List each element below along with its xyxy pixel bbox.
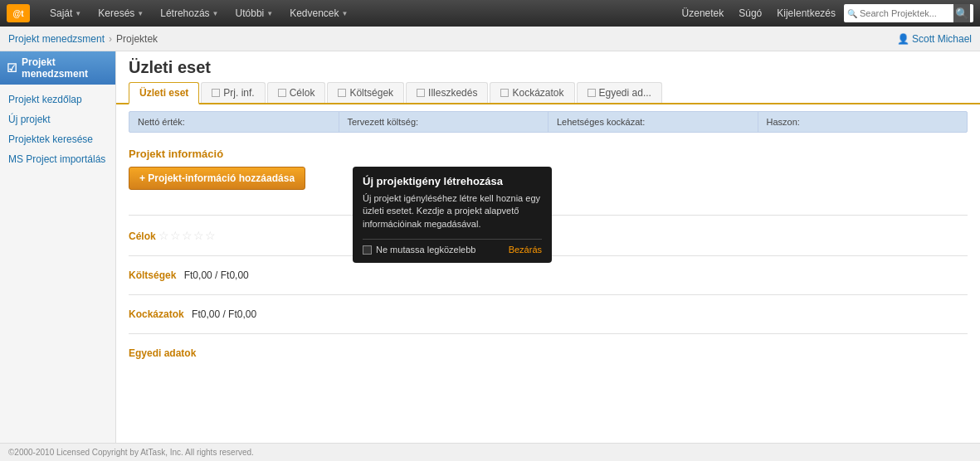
tooltip-footer: Ne mutassa legközelebb Bezárás (363, 239, 542, 255)
nav-kedvencek[interactable]: Kedvencek ▼ (281, 0, 356, 27)
summary-tervezett: Tervezett költség: (339, 112, 549, 132)
tab-celok[interactable]: Célok (267, 82, 326, 103)
summary-netto-label: Nettó érték: (138, 117, 185, 127)
page-footer: ©2000-2010 Licensed Copyright by AtTask,… (0, 443, 980, 461)
sidebar-item-projektek-keresese[interactable]: Projektek keresése (0, 129, 115, 149)
tab-egyedi-checkbox[interactable] (588, 89, 596, 97)
tooltip-box: Új projektigény létrehozása Új projekt i… (353, 167, 552, 263)
nav-right: Üzenetek Súgó Kijelentkezés 🔍 🔍 (675, 0, 973, 27)
tooltip-close-button[interactable]: Bezárás (509, 245, 542, 255)
sidebar-item-projekt-kezdolap[interactable]: Projekt kezdőlap (0, 90, 115, 109)
section-koltsegek-value: Ft0,00 / Ft0,00 (184, 269, 249, 281)
tabs: Üzleti eset Prj. inf. Célok Költségek Il… (116, 82, 980, 104)
tab-uzleti-eset[interactable]: Üzleti eset (129, 82, 199, 104)
section-projekt-info-title: Projekt információ (129, 148, 968, 160)
section-kockazatok: Kockázatok Ft0,00 / Ft0,00 (116, 303, 980, 325)
section-celok-title: Célok (129, 230, 156, 242)
flag-icon: 🔍 (847, 9, 857, 18)
add-project-info-button[interactable]: + Projekt-információ hozzáadása (129, 167, 305, 190)
nav-kereses[interactable]: Keresés ▼ (90, 0, 152, 27)
logo-icon: @t (7, 4, 30, 22)
tab-prj-inf-checkbox[interactable] (212, 89, 220, 97)
sidebar-menu: Projekt kezdőlap Új projekt Projektek ke… (0, 85, 115, 174)
section-projekt-info: Projekt információ + Projekt-információ … (116, 139, 980, 206)
sidebar-title: Projekt menedzsment (22, 56, 109, 80)
logo[interactable]: @t (7, 4, 33, 22)
summary-haszon-label: Haszon: (767, 117, 800, 127)
section-kockazatok-value: Ft0,00 / Ft0,00 (192, 308, 256, 320)
summary-haszon: Haszon: (758, 112, 968, 132)
section-kockazatok-title: Kockázatok (129, 308, 184, 320)
tab-koltsegek[interactable]: Költségek (327, 82, 404, 103)
tooltip-title: Új projektigény létrehozása (363, 175, 542, 187)
search-box: 🔍 🔍 (844, 4, 973, 22)
tab-prj-inf-label: Prj. inf. (223, 87, 254, 99)
tab-celok-checkbox[interactable] (278, 89, 286, 97)
user-icon: 👤 (897, 33, 909, 45)
tab-illeszk-label: Illeszkedés (428, 87, 477, 99)
divider-3 (129, 294, 968, 295)
tab-kockazatok[interactable]: Kockázatok (490, 82, 574, 103)
tab-prj-inf[interactable]: Prj. inf. (201, 82, 265, 103)
tab-koltsegek-checkbox[interactable] (338, 89, 346, 97)
section-egyedi-title: Egyedi adatok (129, 347, 196, 359)
section-koltsegek: Költségek Ft0,00 / Ft0,00 (116, 264, 980, 286)
top-navigation: @t Saját ▼ Keresés ▼ Létrehozás ▼ Utóbbi… (0, 0, 980, 27)
summary-netto: Nettó érték: (129, 112, 339, 132)
tab-koltsegek-label: Költségek (349, 87, 393, 99)
tooltip-checkbox[interactable] (363, 245, 372, 255)
tooltip-body: Új projekt igényléséhez létre kell hozni… (363, 192, 542, 230)
nav-utobbi-arrow: ▼ (266, 10, 273, 17)
page-title: Üzleti eset (116, 51, 980, 82)
tab-kockazatok-label: Kockázatok (512, 87, 563, 99)
main-content: Üzleti eset Üzleti eset Prj. inf. Célok … (116, 51, 980, 443)
section-koltsegek-title: Költségek (129, 269, 176, 281)
subheader: Projekt menedzsment › Projektek 👤 Scott … (0, 27, 980, 51)
tooltip-check-label: Ne mutassa legközelebb (376, 245, 475, 255)
nav-kereses-arrow: ▼ (137, 10, 144, 17)
summary-bar: Nettó érték: Tervezett költség: Lehetség… (129, 111, 968, 133)
nav-utobbi[interactable]: Utóbbi ▼ (227, 0, 282, 27)
search-button[interactable]: 🔍 (953, 4, 970, 22)
nav-kedvencek-arrow: ▼ (342, 10, 349, 17)
breadcrumb-separator: › (109, 33, 112, 45)
nav-uzenetek[interactable]: Üzenetek (675, 0, 731, 27)
breadcrumb-project-mgmt[interactable]: Projekt menedzsment (8, 33, 105, 45)
tab-celok-label: Célok (290, 87, 315, 99)
user-name: Scott Michael (912, 33, 972, 45)
tab-illeszk-checkbox[interactable] (417, 89, 425, 97)
tooltip-check: Ne mutassa legközelebb (363, 245, 475, 255)
sidebar: ☑ Projekt menedzsment Projekt kezdőlap Ú… (0, 51, 116, 443)
tab-illeszk[interactable]: Illeszkedés (406, 82, 488, 103)
section-egyedi: Egyedi adatok (116, 342, 980, 364)
tab-kockazatok-checkbox[interactable] (500, 89, 509, 97)
nav-sugo[interactable]: Súgó (732, 0, 768, 27)
nav-sajat-arrow: ▼ (75, 10, 81, 17)
summary-lehetseg-label: Lehetséges kockázat: (557, 117, 645, 127)
breadcrumb-projektek: Projektek (116, 33, 158, 45)
user-link[interactable]: 👤 Scott Michael (897, 33, 972, 45)
breadcrumb: Projekt menedzsment › Projektek (8, 33, 158, 45)
nav-letrehozas-arrow: ▼ (212, 10, 219, 17)
nav-sajat[interactable]: Saját ▼ (41, 0, 90, 27)
main-layout: ☑ Projekt menedzsment Projekt kezdőlap Ú… (0, 51, 980, 443)
nav-kijelentkezes[interactable]: Kijelentkezés (770, 0, 842, 27)
tab-egyedi-label: Egyedi ad... (599, 87, 651, 99)
nav-letrehozas[interactable]: Létrehozás ▼ (152, 0, 227, 27)
divider-4 (129, 333, 968, 334)
search-input[interactable] (860, 8, 951, 18)
sidebar-header-icon: ☑ (7, 61, 17, 75)
sidebar-header: ☑ Projekt menedzsment (0, 51, 115, 85)
sidebar-item-ms-project[interactable]: MS Project importálás (0, 149, 115, 169)
footer-text: ©2000-2010 Licensed Copyright by AtTask,… (8, 448, 254, 457)
section-celok-stars[interactable]: ☆☆☆☆☆ (158, 229, 217, 242)
tab-egyedi[interactable]: Egyedi ad... (577, 82, 662, 103)
summary-lehetseg: Lehetséges kockázat: (549, 112, 758, 132)
tooltip-wrapper: + Projekt-információ hozzáadása Új proje… (129, 167, 305, 198)
summary-tervezett-label: Tervezett költség: (348, 117, 419, 127)
sidebar-item-uj-projekt[interactable]: Új projekt (0, 109, 115, 129)
tab-uzleti-eset-label: Üzleti eset (139, 87, 188, 99)
